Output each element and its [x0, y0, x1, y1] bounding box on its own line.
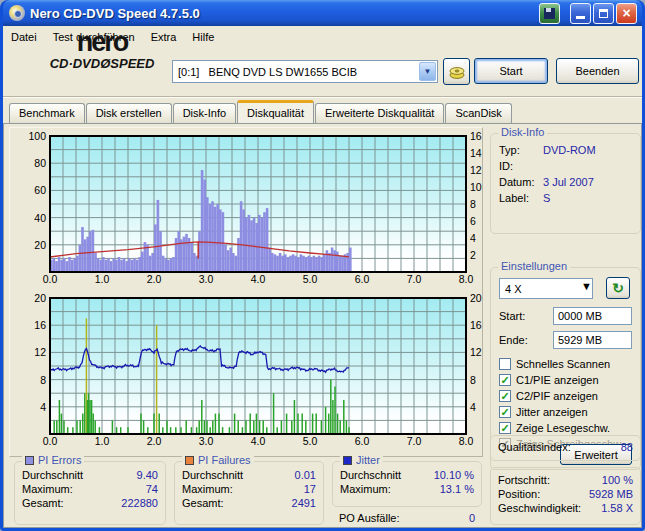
- eject-button[interactable]: [443, 58, 470, 85]
- end-field[interactable]: 5929 MB: [553, 331, 632, 349]
- nero-logo: nero CD·DVDØSPEED: [27, 29, 177, 70]
- stat-row: Maximum:17: [175, 482, 323, 496]
- svg-text:20: 20: [470, 294, 482, 304]
- settings-title: Einstellungen: [498, 260, 570, 272]
- svg-text:8.0: 8.0: [459, 435, 474, 447]
- disk-info-box: Disk-Info Typ:DVD-ROM ID: Datum:3 Jul 20…: [490, 133, 641, 234]
- start-button[interactable]: Start: [474, 58, 548, 84]
- tab-benchmark[interactable]: Benchmark: [9, 103, 85, 123]
- checkbox-schnelles-scannen[interactable]: Schnelles Scannen: [491, 356, 640, 372]
- client-area: Datei Test durchführen Extra Hilfe nero …: [3, 26, 642, 528]
- menu-hilfe[interactable]: Hilfe: [184, 29, 222, 45]
- svg-text:40: 40: [34, 212, 46, 224]
- checkbox-icon: [499, 358, 511, 370]
- svg-text:7.0: 7.0: [407, 435, 422, 447]
- pi-failures-legend-swatch: [185, 456, 194, 465]
- disk-info-row: Label:S: [491, 190, 640, 206]
- toolbar-separator: [3, 96, 642, 98]
- svg-text:1.0: 1.0: [95, 273, 110, 285]
- svg-text:20: 20: [34, 294, 46, 304]
- svg-text:4.0: 4.0: [251, 273, 266, 285]
- refresh-button[interactable]: ↻: [606, 277, 630, 299]
- svg-text:3.0: 3.0: [199, 435, 214, 447]
- minimize-icon: [576, 16, 585, 19]
- checkbox-lesegeschw[interactable]: ✓Zeige Lesegeschw.: [491, 420, 640, 436]
- stat-row: Maximum:74: [15, 482, 165, 496]
- quit-button[interactable]: Beenden: [556, 58, 639, 84]
- checkbox-c1-pie[interactable]: ✓C1/PIE anzeigen: [491, 372, 640, 388]
- svg-text:6.0: 6.0: [355, 273, 370, 285]
- titlebar-extra-button[interactable]: [539, 3, 560, 24]
- svg-text:4: 4: [470, 232, 476, 244]
- svg-text:6.0: 6.0: [355, 435, 370, 447]
- stat-row: Maximum:13.1 %: [333, 482, 481, 496]
- svg-text:10: 10: [470, 181, 482, 193]
- svg-text:0.0: 0.0: [43, 435, 58, 447]
- tab-disk-erstellen[interactable]: Disk erstellen: [86, 103, 172, 123]
- svg-text:12: 12: [34, 346, 46, 358]
- svg-text:6: 6: [470, 215, 476, 227]
- quality-index-value: 88: [621, 441, 633, 453]
- maximize-button[interactable]: [593, 3, 614, 24]
- speed-select[interactable]: 4 X ▼: [499, 278, 593, 299]
- svg-text:16: 16: [470, 132, 482, 142]
- svg-text:80: 80: [34, 157, 46, 169]
- svg-text:2.0: 2.0: [147, 435, 162, 447]
- stat-row: Gesamt:2491: [175, 496, 323, 510]
- minimize-button[interactable]: [570, 3, 591, 24]
- svg-text:16: 16: [34, 319, 46, 331]
- window-title: Nero CD-DVD Speed 4.7.5.0: [30, 6, 537, 21]
- svg-text:100: 100: [28, 132, 46, 142]
- svg-text:5.0: 5.0: [303, 273, 318, 285]
- speed-select-value: 4 X: [500, 283, 581, 295]
- chevron-down-icon[interactable]: ▼: [581, 280, 592, 297]
- diskquality-tab-page: 100806040201614121086420.01.02.03.04.05.…: [3, 123, 642, 528]
- tab-disk-info[interactable]: Disk-Info: [173, 103, 236, 123]
- title-bar[interactable]: Nero CD-DVD Speed 4.7.5.0 ×: [3, 0, 642, 26]
- nero-logo-text: nero: [27, 29, 177, 56]
- app-cd-icon: [9, 5, 25, 21]
- disk-info-row: ID:: [491, 158, 640, 174]
- svg-text:12: 12: [470, 164, 482, 176]
- chevron-down-icon[interactable]: ▼: [419, 62, 436, 81]
- pi-errors-stats: PI Errors Durchschnitt9.40 Maximum:74 Ge…: [14, 461, 166, 525]
- progress-row: Position:5928 MB: [491, 487, 640, 501]
- jitter-stats: Jitter Durchschnitt10.10 % Maximum:13.1 …: [332, 461, 482, 507]
- pi-errors-chart: 100806040201614121086420.01.02.03.04.05.…: [10, 132, 484, 286]
- checkbox-icon: ✓: [499, 374, 511, 386]
- start-field[interactable]: 0000 MB: [553, 307, 632, 325]
- disk-info-row: Datum:3 Jul 2007: [491, 174, 640, 190]
- drive-select[interactable]: [0:1] BENQ DVD LS DW1655 BCIB ▼: [172, 60, 438, 83]
- cdspeed-logo-text: CD·DVDØSPEED: [27, 57, 177, 70]
- jitter-stats-title: Jitter: [356, 454, 380, 466]
- close-button[interactable]: ×: [616, 3, 637, 24]
- tab-scandisk[interactable]: ScanDisk: [445, 103, 511, 123]
- disk-info-title: Disk-Info: [498, 126, 547, 138]
- svg-text:1.0: 1.0: [95, 435, 110, 447]
- checkbox-jitter[interactable]: ✓Jitter anzeigen: [491, 404, 640, 420]
- svg-text:4.0: 4.0: [251, 435, 266, 447]
- svg-text:16: 16: [470, 319, 482, 331]
- svg-text:8: 8: [470, 374, 476, 386]
- checkbox-icon: ✓: [499, 406, 511, 418]
- drive-select-value: [0:1] BENQ DVD LS DW1655 BCIB: [173, 66, 418, 78]
- jitter-legend-swatch: [343, 456, 352, 465]
- checkbox-icon: ✓: [499, 422, 511, 434]
- svg-text:2.0: 2.0: [147, 273, 162, 285]
- pi-failures-stats: PI Failures Durchschnitt0.01 Maximum:17 …: [174, 461, 324, 525]
- pi-failures-stats-title: PI Failures: [198, 454, 251, 466]
- quality-index-box: Qualitätsindex:88: [490, 435, 641, 461]
- svg-text:12: 12: [470, 346, 482, 358]
- checkbox-c2-pif[interactable]: ✓C2/PIF anzeigen: [491, 388, 640, 404]
- tab-erweiterte-diskqualitaet[interactable]: Erweiterte Diskqualität: [315, 103, 444, 123]
- pi-errors-stats-title: PI Errors: [38, 454, 81, 466]
- svg-text:14: 14: [470, 147, 482, 159]
- svg-text:4: 4: [470, 401, 476, 413]
- progress-row: Fortschritt:100 %: [491, 468, 640, 487]
- stat-row: Gesamt:222880: [15, 496, 165, 510]
- tab-diskqualitaet[interactable]: Diskqualität: [237, 100, 314, 123]
- quality-index-label: Qualitätsindex:: [498, 441, 571, 453]
- checkbox-icon: ✓: [499, 390, 511, 402]
- refresh-icon: ↻: [612, 280, 624, 296]
- end-row: Ende: 5929 MB: [491, 332, 640, 348]
